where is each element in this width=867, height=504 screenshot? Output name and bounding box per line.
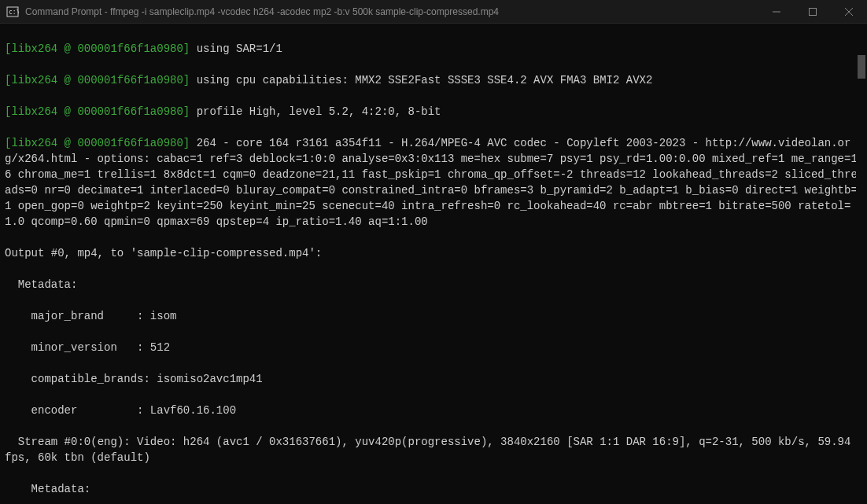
output-line: [libx264 @ 000001f66f1a0980] using SAR=1… — [5, 41, 862, 57]
cmd-icon: c:\ — [6, 6, 19, 18]
libx264-tag: [libx264 @ 000001f66f1a0980] — [5, 137, 190, 149]
vertical-scrollbar[interactable] — [856, 24, 867, 504]
window-controls — [758, 0, 867, 23]
output-text: profile High, level 5.2, 4:2:0, 8-bit — [190, 105, 441, 118]
output-text: 264 - core 164 r3161 a354f11 - H.264/MPE… — [5, 137, 858, 228]
libx264-tag: [libx264 @ 000001f66f1a0980] — [5, 74, 190, 86]
output-line: compatible_brands: isomiso2avc1mp41 — [5, 371, 862, 387]
output-line: Output #0, mp4, to 'sample-clip-compress… — [5, 245, 862, 261]
minimize-button[interactable] — [758, 0, 795, 23]
libx264-tag: [libx264 @ 000001f66f1a0980] — [5, 105, 190, 118]
window-title: Command Prompt - ffmpeg -i sampleclip.mp… — [25, 6, 758, 17]
output-line: encoder : Lavf60.16.100 — [5, 403, 862, 418]
window-titlebar: c:\ Command Prompt - ffmpeg -i samplecli… — [0, 0, 867, 24]
output-line: major_brand : isom — [5, 308, 862, 324]
output-line: Metadata: — [5, 277, 862, 292]
output-line: minor_version : 512 — [5, 340, 862, 355]
output-text: using SAR=1/1 — [190, 42, 282, 55]
output-line: [libx264 @ 000001f66f1a0980] 264 - core … — [5, 135, 862, 230]
maximize-button[interactable] — [795, 0, 831, 23]
svg-rect-3 — [810, 8, 817, 15]
output-text: using cpu capabilities: MMX2 SSE2Fast SS… — [190, 74, 652, 86]
scrollbar-thumb[interactable] — [858, 55, 865, 79]
output-line: Stream #0:0(eng): Video: h264 (avc1 / 0x… — [5, 434, 862, 465]
output-line: [libx264 @ 000001f66f1a0980] profile Hig… — [5, 104, 862, 120]
svg-text:c:\: c:\ — [9, 9, 19, 16]
terminal-output[interactable]: [libx264 @ 000001f66f1a0980] using SAR=1… — [0, 24, 867, 504]
libx264-tag: [libx264 @ 000001f66f1a0980] — [5, 42, 190, 55]
output-line: Metadata: — [5, 481, 862, 497]
close-button[interactable] — [831, 0, 867, 23]
output-line: [libx264 @ 000001f66f1a0980] using cpu c… — [5, 72, 862, 88]
